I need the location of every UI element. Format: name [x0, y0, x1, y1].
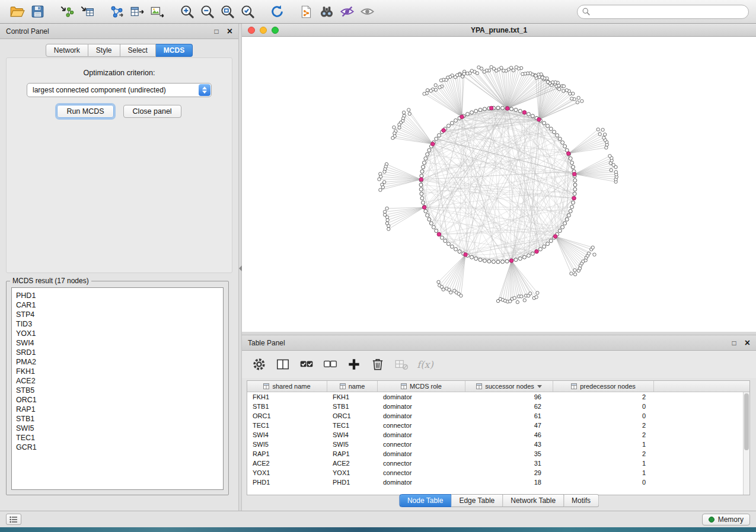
table-row[interactable]: PHD1PHD1dominator180: [247, 477, 749, 487]
float-table-panel-icon[interactable]: □: [732, 339, 736, 347]
zoom-out-button[interactable]: [197, 2, 217, 21]
column-header-shared-name[interactable]: shared name: [247, 381, 327, 392]
mcds-result-item[interactable]: CAR1: [16, 300, 223, 310]
show-all-button[interactable]: [357, 2, 377, 21]
mcds-result-item[interactable]: TEC1: [16, 433, 223, 443]
tab-select[interactable]: Select: [120, 44, 156, 57]
zoom-fit-icon: [219, 4, 235, 20]
tab-motifs[interactable]: Motifs: [564, 494, 599, 507]
table-row[interactable]: ORC1ORC1dominator610: [247, 411, 749, 421]
delete-column-button[interactable]: [369, 355, 387, 373]
table-row[interactable]: SWI5SWI5connector431: [247, 440, 749, 449]
table-row[interactable]: SWI4SWI4dominator462: [247, 430, 749, 440]
column-header-predecessor-nodes[interactable]: predecessor nodes: [553, 381, 654, 392]
mcds-result-item[interactable]: FKH1: [16, 367, 223, 376]
table-cell: 2: [553, 450, 654, 457]
close-panel-icon[interactable]: ×: [227, 27, 232, 36]
tab-edge-table[interactable]: Edge Table: [451, 494, 503, 507]
mcds-result-item[interactable]: GCR1: [16, 443, 223, 452]
mcds-result-item[interactable]: RAP1: [16, 405, 223, 414]
table-cell: dominator: [378, 412, 465, 419]
network-window-titlebar[interactable]: YPA_prune.txt_1: [242, 24, 756, 37]
mcds-result-item[interactable]: SRD1: [16, 348, 223, 357]
close-table-panel-icon[interactable]: ×: [745, 338, 750, 348]
tab-mcds[interactable]: MCDS: [156, 44, 193, 57]
hide-selected-button[interactable]: [337, 2, 357, 21]
mcds-result-item[interactable]: TID3: [16, 319, 223, 329]
network-graph[interactable]: [242, 37, 756, 332]
search-input[interactable]: [577, 5, 749, 19]
float-panel-icon[interactable]: □: [214, 28, 218, 35]
mcds-result-item[interactable]: SWI4: [16, 338, 223, 348]
open-file-button[interactable]: [7, 2, 27, 21]
tab-network-table[interactable]: Network Table: [503, 494, 564, 507]
export-table-button[interactable]: [127, 2, 147, 21]
network-canvas[interactable]: [242, 37, 756, 332]
table-row[interactable]: ACE2ACE2connector311: [247, 459, 749, 468]
zoom-in-button[interactable]: [177, 2, 197, 21]
column-header-successor-nodes[interactable]: successor nodes: [465, 381, 553, 392]
save-session-button[interactable]: [27, 2, 47, 21]
select-all-columns-button[interactable]: [298, 355, 315, 373]
memory-button[interactable]: Memory: [702, 514, 750, 525]
table-cell: dominator: [378, 479, 465, 486]
tab-style[interactable]: Style: [88, 44, 120, 57]
table-settings-button[interactable]: [250, 355, 268, 373]
mcds-result-item[interactable]: PHD1: [16, 291, 223, 300]
mcds-result-item[interactable]: ACE2: [16, 376, 223, 386]
unselect-all-columns-button[interactable]: [321, 355, 339, 373]
gear-icon: [251, 357, 267, 372]
table-row[interactable]: TEC1TEC1connector472: [247, 421, 749, 430]
export-image-icon: [149, 4, 165, 20]
tab-node-table[interactable]: Node Table: [399, 494, 452, 507]
mcds-result-item[interactable]: STB1: [16, 414, 223, 424]
export-network-icon: [109, 4, 125, 20]
table-row[interactable]: FKH1FKH1dominator962: [247, 392, 749, 402]
column-header-mcds-role[interactable]: MCDS role: [378, 381, 465, 392]
create-column-button[interactable]: [345, 355, 363, 373]
table-cell: SWI4: [327, 431, 378, 438]
mcds-result-item[interactable]: ORC1: [16, 395, 223, 405]
zoom-fit-button[interactable]: [217, 2, 237, 21]
import-table-button[interactable]: [77, 2, 97, 21]
table-row[interactable]: STB1STB1dominator620: [247, 402, 749, 411]
table-row[interactable]: RAP1RAP1dominator352: [247, 449, 749, 459]
table-cell: dominator: [378, 431, 465, 438]
mcds-result-item[interactable]: YOX1: [16, 329, 223, 338]
search-network-button[interactable]: [317, 2, 337, 21]
mcds-result-item[interactable]: SWI5: [16, 424, 223, 433]
show-columns-button[interactable]: [274, 355, 292, 373]
table-cell: ACE2: [327, 460, 378, 467]
mcds-result-item[interactable]: STP4: [16, 310, 223, 319]
minimize-window-icon[interactable]: [260, 27, 267, 34]
task-history-button[interactable]: [6, 514, 21, 525]
zoom-selected-button[interactable]: [237, 2, 257, 21]
export-network-button[interactable]: [107, 2, 127, 21]
column-header-name[interactable]: name: [327, 381, 378, 392]
share-document-button[interactable]: [296, 2, 317, 21]
export-image-button[interactable]: [147, 2, 167, 21]
refresh-layout-button[interactable]: [267, 2, 287, 21]
control-panel-header: Control Panel □ ×: [0, 24, 238, 39]
table-cell: 0: [553, 412, 654, 419]
tab-network[interactable]: Network: [46, 44, 88, 57]
network-window-title: YPA_prune.txt_1: [471, 26, 527, 34]
import-table-icon: [79, 4, 95, 20]
mcds-result-item[interactable]: PMA2: [16, 357, 223, 367]
table-cell: 2: [553, 422, 654, 429]
toolbar-separator: [257, 2, 267, 21]
close-window-icon[interactable]: [248, 27, 255, 34]
run-mcds-button[interactable]: Run MCDS: [57, 105, 113, 118]
table-row[interactable]: YOX1YOX1connector291: [247, 468, 749, 477]
column-type-icon: [263, 383, 269, 389]
control-panel: Control Panel □ × Network Style Select M…: [0, 24, 238, 511]
toolbar-separator: [167, 2, 177, 21]
scrollbar-thumb[interactable]: [744, 393, 749, 450]
table-scrollbar[interactable]: [743, 392, 749, 495]
maximize-window-icon[interactable]: [272, 27, 279, 34]
open-folder-icon: [9, 4, 25, 20]
mcds-result-item[interactable]: STB5: [16, 386, 223, 395]
close-panel-button[interactable]: Close panel: [123, 105, 181, 118]
criterion-dropdown[interactable]: largest connected component (undirected): [27, 83, 212, 97]
import-network-button[interactable]: [57, 2, 77, 21]
